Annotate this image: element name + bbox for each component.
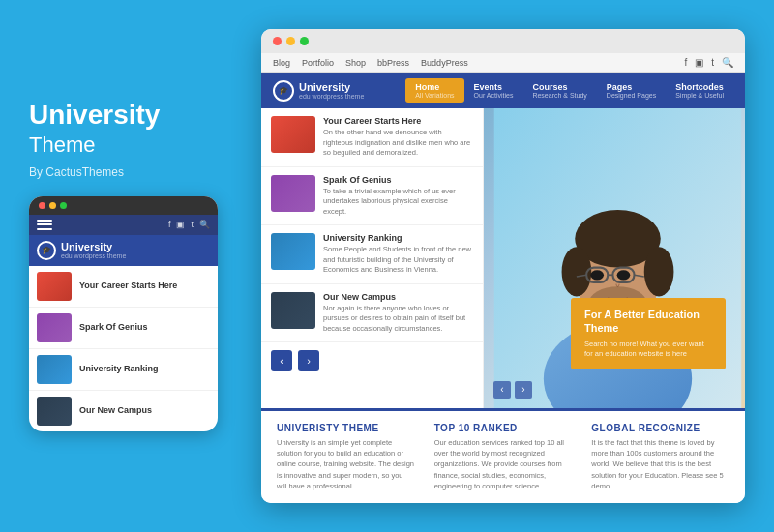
list-item-thumb [271, 233, 315, 270]
svg-point-6 [644, 247, 674, 296]
nav-item-sub: Our Activities [474, 92, 514, 99]
bottom-col-title: GLOBAL RECOGNIZE [591, 423, 729, 433]
hero-cta-title: For A Better Education Theme [584, 308, 712, 336]
nav-logo-name: University [299, 81, 364, 93]
mobile-list-item: University Ranking [29, 349, 218, 391]
util-link[interactable]: Blog [273, 58, 290, 68]
mobile-header: 🎓 University edu wordpress theme [29, 235, 218, 266]
facebook-icon: f [168, 220, 171, 229]
bottom-section: UNIVERISTY THEME University is an simple… [261, 408, 745, 503]
list-item: Your Career Starts Here On the other han… [261, 108, 483, 167]
bottom-col: UNIVERISTY THEME University is an simple… [277, 423, 415, 491]
nav-item-label: Pages [607, 82, 656, 92]
main-nav: 🎓 University edu wordpress theme HomeAll… [261, 73, 745, 108]
list-item-desc: To take a trivial example which of us ev… [323, 187, 473, 218]
main-area: Your Career Starts Here On the other han… [261, 108, 745, 408]
mobile-top-bar [29, 196, 218, 215]
browser-dot-yellow [286, 37, 295, 45]
nav-item-label: Shortcodes [675, 82, 724, 92]
nav-item-pages[interactable]: PagesDesigned Pages [597, 78, 666, 103]
by-line: By CactusThemes [29, 165, 232, 179]
list-item-title: Spark Of Genius [323, 175, 473, 185]
hero-cta-desc: Search no more! What you ever want for a… [584, 340, 712, 360]
svg-point-13 [617, 270, 631, 280]
twitter-icon2[interactable]: t [711, 57, 714, 68]
photo-icon: ▣ [176, 220, 185, 229]
list-nav-arrows: ‹ › [261, 342, 483, 379]
prev-slide-button[interactable]: ‹ [493, 381, 511, 399]
bottom-col-text: University is an simple yet complete sol… [277, 437, 415, 491]
mobile-item-title: Your Career Starts Here [79, 281, 177, 292]
mobile-dot-yellow [49, 202, 56, 209]
nav-items: HomeAll VariationsEventsOur ActivitiesCo… [405, 78, 733, 103]
util-link[interactable]: BuddyPress [421, 58, 468, 68]
hero-slider-arrows: ‹ › [493, 381, 532, 399]
nav-item-events[interactable]: EventsOur Activities [464, 78, 523, 103]
bottom-col-title: UNIVERISTY THEME [277, 423, 415, 433]
mobile-item-title: University Ranking [79, 364, 159, 375]
svg-point-12 [590, 270, 604, 280]
mobile-logo-icon: 🎓 [37, 241, 56, 260]
browser-dot-green [300, 37, 309, 45]
nav-item-sub: Designed Pages [607, 92, 656, 99]
nav-item-home[interactable]: HomeAll Variations [405, 78, 463, 103]
mobile-thumb [37, 272, 72, 301]
next-slide-button[interactable]: › [515, 381, 532, 399]
list-item-thumb [271, 292, 315, 329]
twitter-icon: t [191, 220, 194, 229]
list-item: University Ranking Some People and Stude… [261, 225, 483, 284]
mobile-list-item: Our New Campus [29, 391, 218, 431]
theme-title: University [29, 101, 232, 131]
util-link[interactable]: bbPress [377, 58, 409, 68]
mobile-logo-name: University [61, 241, 126, 252]
hamburger-icon[interactable] [37, 220, 52, 230]
list-item-desc: Some People and Students in front of the… [323, 245, 473, 276]
browser-dot-red [273, 37, 282, 45]
theme-subtitle: Theme [29, 133, 232, 158]
photo-icon2[interactable]: ▣ [695, 57, 703, 68]
browser-mockup: BlogPortfolioShopbbPressBuddyPress f ▣ t… [261, 29, 745, 503]
list-item-desc: On the other hand we denounce with right… [323, 128, 473, 159]
util-bar-icons: f ▣ t 🔍 [684, 57, 733, 68]
fb-icon[interactable]: f [684, 57, 687, 68]
bottom-col-text: It is the fact that this theme is loved … [591, 437, 729, 491]
util-link[interactable]: Portfolio [302, 58, 334, 68]
nav-item-label: Home [415, 82, 454, 92]
mobile-nav-icons: f ▣ t 🔍 [168, 220, 210, 229]
list-next-button[interactable]: › [298, 350, 319, 371]
list-item-desc: Nor again is there anyone who loves or p… [323, 304, 473, 335]
mobile-dot-green [60, 202, 67, 209]
search-icon2[interactable]: 🔍 [722, 57, 733, 68]
nav-logo-icon: 🎓 [273, 80, 294, 102]
bottom-col-text: Our education services ranked top 10 all… [434, 437, 573, 491]
browser-top-bar [261, 29, 745, 53]
hero-background: For A Better Education Theme Search no m… [484, 108, 745, 408]
util-link[interactable]: Shop [345, 58, 366, 68]
mobile-list-item: Spark Of Genius [29, 308, 218, 349]
bottom-col: GLOBAL RECOGNIZE It is the fact that thi… [591, 423, 729, 491]
mobile-thumb [37, 355, 72, 384]
mobile-thumb [37, 313, 72, 342]
mobile-mockup: f ▣ t 🔍 🎓 University edu wordpress theme… [29, 196, 218, 431]
search-icon[interactable]: 🔍 [199, 220, 210, 229]
mobile-thumb [37, 397, 72, 426]
nav-item-label: Courses [532, 82, 586, 92]
list-item-title: Your Career Starts Here [323, 116, 473, 126]
bottom-col-title: TOP 10 RANKED [434, 423, 573, 433]
nav-item-sub: All Variations [415, 92, 454, 99]
util-bar-links: BlogPortfolioShopbbPressBuddyPress [273, 58, 468, 68]
nav-item-label: Events [474, 82, 514, 92]
mobile-logo-tagline: edu wordpress theme [61, 252, 126, 259]
list-item: Spark Of Genius To take a trivial exampl… [261, 167, 483, 226]
nav-logo: 🎓 University edu wordpress theme [273, 80, 364, 102]
list-prev-button[interactable]: ‹ [271, 350, 292, 371]
mobile-item-title: Spark Of Genius [79, 322, 148, 334]
left-panel: University Theme By CactusThemes f ▣ t 🔍… [29, 101, 242, 431]
nav-item-shortcodes[interactable]: ShortcodesSimple & Useful [666, 78, 733, 103]
list-item-title: Our New Campus [323, 292, 473, 302]
hero-area: For A Better Education Theme Search no m… [484, 108, 745, 408]
nav-item-courses[interactable]: CoursesResearch & Study [522, 78, 596, 103]
list-item-thumb [271, 175, 315, 212]
nav-item-sub: Research & Study [532, 92, 586, 99]
nav-item-sub: Simple & Useful [675, 92, 724, 99]
